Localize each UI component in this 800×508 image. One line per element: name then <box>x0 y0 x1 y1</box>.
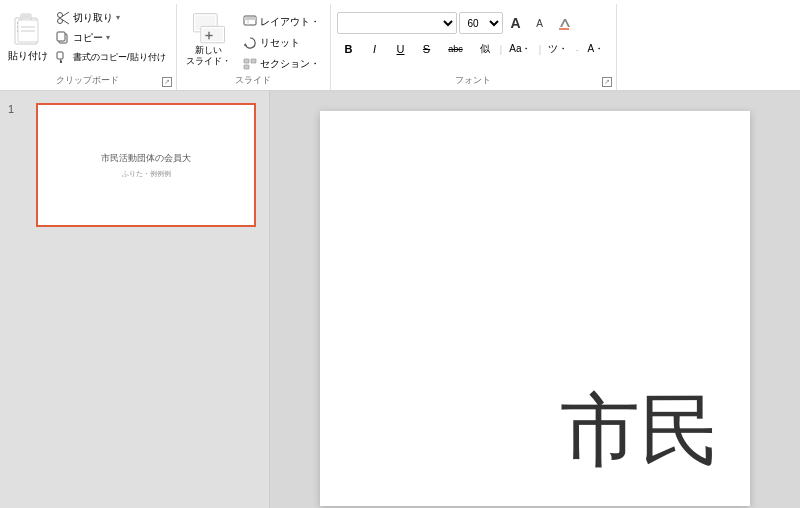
font-name-select[interactable] <box>337 12 457 34</box>
format-copy-icon <box>56 51 70 65</box>
svg-point-9 <box>58 12 63 17</box>
copy-icon <box>56 31 70 45</box>
format-copy-label: 書式のコピー/貼り付け <box>73 51 166 64</box>
section-label: セクション・ <box>260 57 320 71</box>
svg-rect-27 <box>251 59 256 63</box>
paste-label: 貼り付け <box>8 49 48 63</box>
clipboard-group-content: 貼り付け 切り取り ▾ <box>6 6 170 74</box>
slide-small-buttons: レイアウト・ リセット セクション・ <box>239 12 324 73</box>
svg-rect-15 <box>57 52 63 59</box>
reset-button[interactable]: リセット <box>239 33 324 52</box>
main-area: 1 市民活動団体の会員大 ふりた・例例例 市民 <box>0 91 800 508</box>
section-icon <box>243 57 257 71</box>
cut-chevron: ▾ <box>116 13 120 22</box>
slide-thumbnail-title: 市民活動団体の会員大 <box>101 152 191 165</box>
font-group: 60 A A B I U S abc 似 | A <box>331 4 617 90</box>
underline-button[interactable]: U <box>389 38 413 60</box>
slide-number: 1 <box>8 103 14 115</box>
copy-button[interactable]: コピー ▾ <box>52 28 170 47</box>
bold-button[interactable]: B <box>337 38 361 60</box>
slide-large-text: 市民 <box>560 378 720 486</box>
svg-line-11 <box>62 12 69 17</box>
layout-button[interactable]: レイアウト・ <box>239 12 324 31</box>
svg-rect-2 <box>22 15 30 19</box>
clipboard-small-buttons: 切り取り ▾ コピー ▾ <box>52 8 170 67</box>
format-options-button[interactable]: ツ・ <box>544 38 572 60</box>
font-group-content: 60 A A B I U S abc 似 | A <box>337 6 610 74</box>
svg-rect-14 <box>57 32 65 41</box>
slide-thumbnail-subtitle: ふりた・例例例 <box>122 169 171 179</box>
font-size-up-button[interactable]: A <box>505 12 527 34</box>
slide-canvas[interactable]: 市民 <box>320 111 750 506</box>
edit-area: 市民 <box>270 91 800 508</box>
section-button[interactable]: セクション・ <box>239 54 324 73</box>
new-slide-label: 新しい スライド・ <box>186 45 231 68</box>
svg-line-12 <box>62 19 69 24</box>
clipboard-group: 貼り付け 切り取り ▾ <box>0 4 177 90</box>
slide-group-label: スライド <box>235 74 271 87</box>
layout-label: レイアウト・ <box>260 15 320 29</box>
clear-format-button[interactable] <box>553 12 575 34</box>
svg-rect-23 <box>244 17 256 20</box>
reset-label: リセット <box>260 36 300 50</box>
font-row-2: B I U S abc 似 | Aa・ | ツ・ - A・ <box>337 38 610 60</box>
new-slide-icon <box>190 10 228 45</box>
layout-icon <box>243 15 257 29</box>
clipboard-expand[interactable]: ↗ <box>162 77 172 87</box>
font-color-button[interactable]: A・ <box>582 38 610 60</box>
font-group-label: フォント <box>455 74 491 87</box>
font-size-down-button[interactable]: A <box>529 12 551 34</box>
scissors-icon <box>56 11 70 25</box>
svg-rect-19 <box>202 28 222 41</box>
format-copy-button[interactable]: 書式のコピー/貼り付け <box>52 48 170 67</box>
slide-panel: 1 市民活動団体の会員大 ふりた・例例例 <box>0 91 270 508</box>
font-expand[interactable]: ↗ <box>602 77 612 87</box>
new-slide-button[interactable]: 新しい スライド・ <box>183 10 235 68</box>
font-row-1: 60 A A <box>337 12 575 34</box>
paste-icon <box>10 10 46 48</box>
cut-label: 切り取り <box>73 11 113 25</box>
font-size-select[interactable]: 60 <box>459 12 503 34</box>
aa-button[interactable]: Aa・ <box>505 38 535 60</box>
strikethrough-abc-button[interactable]: abc <box>441 38 471 60</box>
copy-label: コピー <box>73 31 103 45</box>
slide-group-content: 新しい スライド・ レイアウト・ <box>183 6 324 74</box>
clear-format-icon <box>557 16 571 30</box>
svg-rect-28 <box>244 65 249 69</box>
paste-button[interactable]: 貼り付け <box>6 6 50 66</box>
slide-thumbnail[interactable]: 市民活動団体の会員大 ふりた・例例例 <box>36 103 256 227</box>
italic-button[interactable]: I <box>363 38 387 60</box>
clipboard-group-label: クリップボード <box>56 74 119 87</box>
cut-button[interactable]: 切り取り ▾ <box>52 8 170 27</box>
strikethrough-button[interactable]: S <box>415 38 439 60</box>
svg-point-10 <box>58 18 63 23</box>
copy-chevron: ▾ <box>106 33 110 42</box>
slide-group: 新しい スライド・ レイアウト・ <box>177 4 331 90</box>
svg-rect-26 <box>244 59 249 63</box>
ribbon: 貼り付け 切り取り ▾ <box>0 0 800 91</box>
font-similar-button[interactable]: 似 <box>473 38 497 60</box>
reset-icon <box>243 36 257 50</box>
svg-marker-25 <box>244 43 247 46</box>
